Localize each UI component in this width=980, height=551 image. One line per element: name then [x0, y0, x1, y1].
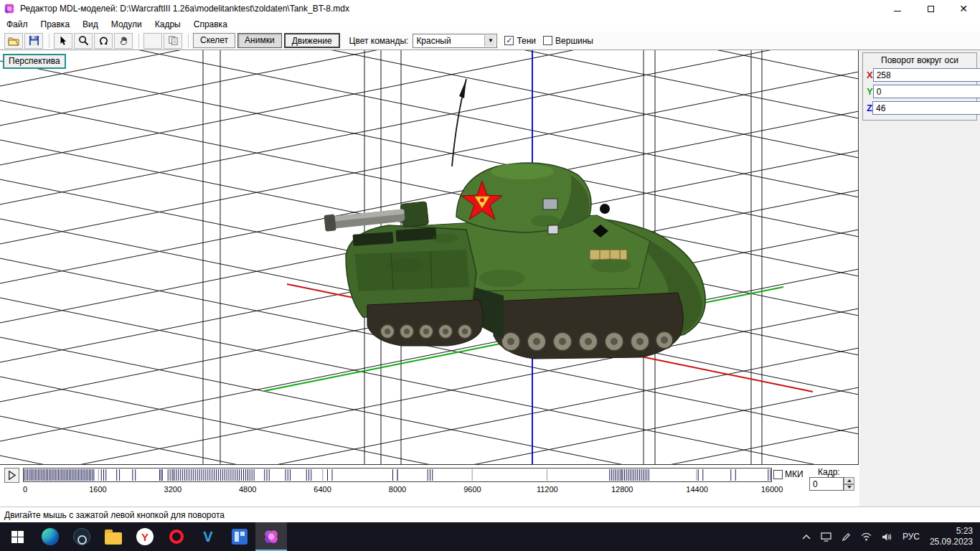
zoom-tool-button[interactable] [74, 33, 93, 49]
rotation-z-input[interactable] [872, 101, 980, 115]
timeline-scale-label: 4800 [239, 485, 256, 494]
taskbar-mdl-editor-button[interactable] [255, 522, 287, 551]
taskbar-explorer-button[interactable] [98, 522, 129, 551]
tray-chevron-button[interactable] [797, 522, 816, 551]
system-tray: РУС 5:23 25.09.2023 [797, 522, 980, 551]
titlebar: Редактор MDL-моделей: D:\WarcraftIII 1.2… [0, 0, 980, 17]
frame-spin-down-button[interactable] [844, 484, 854, 491]
mki-checkbox-wrap[interactable]: МКИ [773, 469, 804, 479]
axis-y-label: Y [867, 86, 873, 97]
toolbar-separator [138, 34, 139, 48]
tab-animations[interactable]: Анимки [237, 33, 282, 48]
frame-input[interactable] [809, 477, 844, 491]
close-button[interactable]: ✕ [947, 0, 980, 17]
frame-spinner [809, 477, 854, 491]
timeline-scale-label: 11200 [537, 485, 558, 494]
cursor-icon [58, 35, 68, 46]
menu-file[interactable]: Файл [0, 18, 34, 31]
blue-app-icon [232, 529, 248, 545]
edge-icon [42, 528, 59, 545]
tray-display-button[interactable] [816, 522, 837, 551]
chevron-up-icon [802, 534, 811, 540]
status-text: Двигайте мышь с зажатой левой кнопкой дл… [4, 510, 225, 520]
rotation-row-z: Z [867, 101, 973, 115]
maximize-button[interactable] [914, 0, 947, 17]
select-tool-button[interactable] [54, 33, 72, 49]
taskbar-opera-button[interactable] [161, 522, 192, 551]
shadows-checkbox[interactable] [504, 36, 514, 45]
rotation-x-input[interactable] [873, 68, 980, 82]
wifi-icon [861, 532, 872, 541]
v-app-icon: V [203, 529, 212, 545]
timeline-scale-label: 14400 [686, 485, 708, 494]
app-icon [3, 2, 16, 15]
play-icon [6, 470, 17, 481]
timeline-scale-label: 12800 [611, 485, 633, 494]
spin-up-icon [847, 479, 852, 482]
menu-view[interactable]: Вид [76, 18, 105, 31]
viewport-canvas[interactable] [0, 50, 859, 465]
magnifier-icon [78, 35, 89, 46]
toolbar-separator [188, 34, 189, 48]
tray-clock-button[interactable]: 5:23 25.09.2023 [925, 522, 980, 551]
pan-tool-button[interactable] [114, 33, 133, 49]
menu-modules[interactable]: Модули [105, 18, 149, 31]
play-button[interactable] [4, 468, 19, 483]
steam-icon [73, 528, 90, 545]
hand-icon [118, 35, 128, 46]
team-color-value: Красный [416, 36, 451, 46]
shadows-checkbox-wrap[interactable]: Тени [504, 36, 536, 46]
vertices-checkbox[interactable] [543, 36, 552, 45]
taskbar-v-app-button[interactable]: V [192, 522, 224, 551]
timeline-scale-label: 1600 [89, 485, 106, 494]
spin-down-icon [847, 486, 852, 489]
viewport-3d[interactable]: Перспектива [0, 50, 859, 465]
rotate-icon [98, 35, 109, 46]
close-icon: ✕ [959, 4, 968, 14]
save-button[interactable] [24, 33, 43, 49]
floppy-icon [29, 35, 39, 46]
keyframe-ticks [24, 468, 771, 481]
timeline-track[interactable] [23, 468, 772, 482]
window-title: Редактор MDL-моделей: D:\WarcraftIII 1.2… [20, 4, 881, 14]
rotation-row-x: X [867, 68, 973, 82]
menubar: Файл Правка Вид Модули Кадры Справка [0, 17, 980, 32]
tray-network-button[interactable] [856, 522, 877, 551]
taskbar-blue-app-button[interactable] [224, 522, 255, 551]
speaker-icon [882, 532, 892, 542]
rotation-panel-title: Поворот вокруг оси [867, 55, 973, 65]
right-panel: Поворот вокруг оси X Y Z [859, 50, 980, 507]
frame-spin-up-button[interactable] [844, 477, 854, 484]
menu-frames[interactable]: Кадры [149, 18, 187, 31]
rotate-tool-button[interactable] [94, 33, 113, 49]
blank-tool-button[interactable] [143, 33, 162, 49]
menu-help[interactable]: Справка [187, 18, 234, 31]
timeline-scale-label: 8000 [389, 485, 406, 494]
pen-icon [842, 532, 851, 542]
rotation-y-input[interactable] [873, 85, 980, 98]
frame-label: Кадр: [818, 467, 840, 477]
tray-volume-button[interactable] [877, 522, 897, 551]
taskbar-yandex-button[interactable]: Y [129, 522, 161, 551]
start-button[interactable] [0, 522, 34, 551]
windows-logo-icon [11, 531, 24, 543]
minimize-button[interactable] [881, 0, 914, 17]
taskbar-edge-button[interactable] [34, 522, 66, 551]
mki-checkbox[interactable] [773, 470, 783, 479]
toolbar-separator [49, 34, 50, 48]
menu-edit[interactable]: Правка [34, 18, 77, 31]
timeline: 0 1600 3200 4800 6400 8000 9600 11200 12… [0, 465, 859, 507]
minimize-icon [894, 11, 901, 11]
tray-language-button[interactable]: РУС [897, 522, 925, 551]
team-color-select[interactable]: Красный ▼ [413, 34, 497, 48]
perspective-button[interactable]: Перспектива [3, 54, 66, 69]
tray-pen-button[interactable] [837, 522, 856, 551]
copy-button[interactable] [164, 33, 182, 49]
vertices-checkbox-wrap[interactable]: Вершины [543, 36, 593, 46]
tab-skeleton[interactable]: Скелет [193, 33, 235, 48]
open-button[interactable] [4, 33, 23, 49]
taskbar-steam-button[interactable] [66, 522, 98, 551]
tab-movement[interactable]: Движение [284, 33, 340, 48]
opera-icon [169, 529, 184, 544]
open-folder-icon [8, 36, 19, 46]
